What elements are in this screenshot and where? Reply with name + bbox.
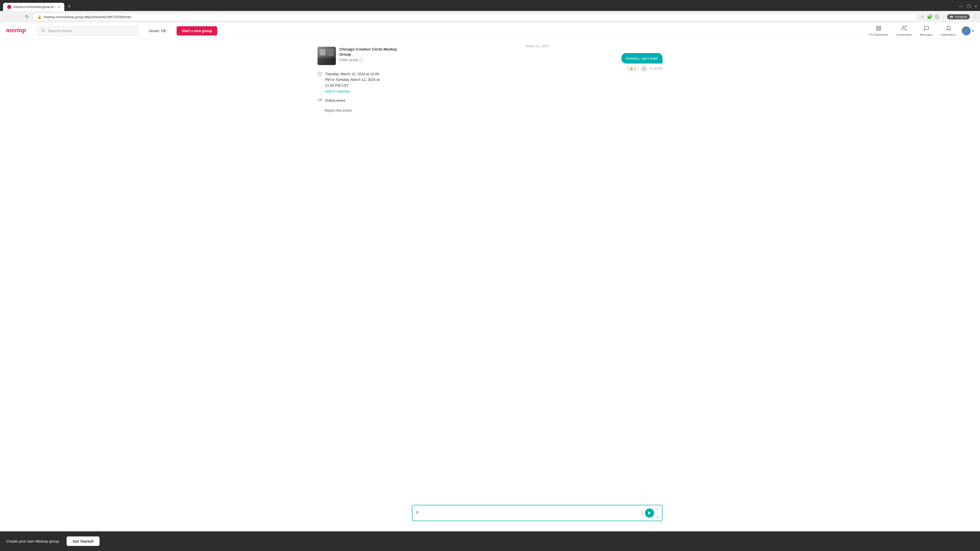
address-text: meetup.com/meetup-group-idfjooJl/events/… xyxy=(44,15,913,19)
svg-line-2 xyxy=(44,31,45,32)
browser-toolbar: ← → ↻ 🔒 meetup.com/meetup-group-idfjooJl… xyxy=(0,11,980,23)
event-group-image xyxy=(318,47,336,65)
notifications-icon xyxy=(946,25,951,33)
footer-banner: Create your own Meetup group. Get Starte… xyxy=(0,531,980,551)
chat-input-area: s | xyxy=(412,502,662,526)
close-window-button[interactable]: × xyxy=(975,4,977,9)
event-group-details: Chicago Creative Circle Meetup Group Pub… xyxy=(339,47,404,62)
clock-icon xyxy=(318,72,322,78)
connections-label: Connections xyxy=(896,33,912,36)
svg-rect-5 xyxy=(877,29,878,30)
svg-point-7 xyxy=(902,26,904,28)
svg-point-11 xyxy=(642,67,646,70)
scrollbar-up xyxy=(657,508,659,510)
tab-favicon xyxy=(7,5,11,9)
svg-marker-10 xyxy=(321,99,322,101)
search-bar[interactable] xyxy=(37,26,139,36)
event-date-text: Tuesday, March 12, 2024 at 10:00 PM to T… xyxy=(325,71,380,94)
search-input[interactable] xyxy=(48,29,135,33)
event-online-section: Online event xyxy=(318,97,404,103)
svg-rect-3 xyxy=(877,26,878,27)
back-button[interactable]: ← xyxy=(3,13,11,21)
toolbar-actions: ☆ 🧩 ⊡ | Incognito ⋮ xyxy=(920,14,977,20)
svg-marker-14 xyxy=(648,511,651,514)
event-group-info: Chicago Creative Circle Meetup Group Pub… xyxy=(318,47,404,65)
thumbs-up-reaction[interactable]: 👍 1 xyxy=(627,66,639,71)
location-display: Dover, DE xyxy=(144,29,172,33)
pro-dashboard-label: Pro Dashboard xyxy=(869,33,888,36)
svg-rect-9 xyxy=(318,99,321,101)
message-text: Heeeey, can't wait! xyxy=(626,56,658,60)
user-avatar xyxy=(961,26,971,36)
date-line-2: PM to Tuesday, March 12, 2024 at xyxy=(325,78,380,82)
meetup-logo[interactable]: meetup xyxy=(6,25,32,37)
send-message-button[interactable] xyxy=(645,508,654,518)
add-to-calendar-link[interactable]: Add to calendar xyxy=(325,89,380,94)
chat-input[interactable]: s xyxy=(416,510,640,516)
svg-point-1 xyxy=(41,29,45,32)
event-sidebar: Chicago Creative Circle Meetup Group Pub… xyxy=(318,44,404,526)
main-content: Chicago Creative Circle Meetup Group Pub… xyxy=(0,39,980,531)
connections-notification-dot xyxy=(905,25,907,27)
online-event-text: Online event xyxy=(325,98,345,103)
nav-item-connections[interactable]: Connections xyxy=(893,24,915,38)
reload-button[interactable]: ↻ xyxy=(24,13,30,21)
svg-text:meetup: meetup xyxy=(6,26,26,34)
text-cursor-indicator: | xyxy=(640,510,645,516)
restore-button[interactable]: ❐ xyxy=(967,4,970,9)
active-tab: meetup.com/meetup-group-id... × xyxy=(3,3,64,11)
browser-tabs: meetup.com/meetup-group-id... × + xyxy=(3,2,73,11)
chat-area: March 12, 2024 Heeeey, can't wait! 👍 1 xyxy=(412,44,662,526)
messages-label: Messages xyxy=(920,33,933,36)
new-tab-button[interactable]: + xyxy=(65,2,73,11)
public-group-help-icon[interactable]: ? xyxy=(359,58,363,62)
tab-close-button[interactable]: × xyxy=(58,5,60,9)
event-date-section: Tuesday, March 12, 2024 at 10:00 PM to T… xyxy=(318,71,404,94)
minimize-button[interactable]: — xyxy=(959,4,963,9)
chat-input-wrapper[interactable]: s | xyxy=(412,505,662,521)
scrollbar-down xyxy=(657,516,659,518)
chat-date-divider: March 12, 2024 xyxy=(412,44,662,48)
svg-rect-4 xyxy=(879,26,881,27)
user-avatar-container[interactable]: ▾ xyxy=(961,26,974,36)
incognito-badge: Incognito xyxy=(947,14,970,19)
connections-icon xyxy=(901,25,907,33)
message-reactions: 👍 1 xyxy=(627,65,648,72)
chat-messages: Heeeey, can't wait! 👍 1 xyxy=(412,53,662,502)
video-icon xyxy=(318,97,322,103)
address-lock-icon: 🔒 xyxy=(37,15,41,19)
svg-rect-6 xyxy=(879,29,881,30)
header-nav: Pro Dashboard Connections Messages Notif… xyxy=(866,24,974,38)
forward-button[interactable]: → xyxy=(13,13,21,21)
start-new-group-button[interactable]: Start a new group xyxy=(177,26,217,35)
messages-icon xyxy=(924,25,929,33)
content-area: Chicago Creative Circle Meetup Group Pub… xyxy=(311,39,669,531)
avatar-chevron-icon: ▾ xyxy=(972,29,974,33)
thumbs-up-emoji: 👍 xyxy=(629,67,633,70)
event-group-name: Chicago Creative Circle Meetup Group xyxy=(339,47,404,57)
scrollbar xyxy=(655,508,659,518)
report-event-link[interactable]: Report this event xyxy=(325,108,404,113)
message-row-1: Heeeey, can't wait! 👍 1 xyxy=(412,53,662,72)
address-bar[interactable]: 🔒 meetup.com/meetup-group-idfjooJl/event… xyxy=(33,13,918,21)
nav-item-pro-dashboard[interactable]: Pro Dashboard xyxy=(866,24,891,38)
nav-item-messages[interactable]: Messages xyxy=(917,24,936,38)
footer-text: Create your own Meetup group. xyxy=(6,539,60,543)
extensions-icon[interactable]: 🧩 xyxy=(927,14,932,20)
window-controls: — ❐ × xyxy=(959,4,977,11)
more-options-icon[interactable]: ⋮ xyxy=(972,14,977,20)
reaction-count: 1 xyxy=(634,67,636,70)
search-icon xyxy=(41,28,45,33)
dashboard-icon xyxy=(876,25,881,33)
get-started-button[interactable]: Get Started xyxy=(66,536,100,546)
browser-chrome: meetup.com/meetup-group-id... × + — ❐ × xyxy=(0,0,980,11)
add-reaction-button[interactable] xyxy=(640,65,648,72)
nav-item-notifications[interactable]: Notifications xyxy=(938,24,959,38)
date-line-1: Tuesday, March 12, 2024 at 10:00 xyxy=(325,72,379,76)
message-time: 11:48 PM xyxy=(649,67,662,70)
tab-title: meetup.com/meetup-group-id... xyxy=(13,5,56,9)
message-meta: 👍 1 11:48 PM xyxy=(627,65,662,72)
bookmark-star-icon[interactable]: ☆ xyxy=(920,14,924,20)
message-bubble-sent: Heeeey, can't wait! xyxy=(621,53,662,64)
layout-icon[interactable]: ⊡ xyxy=(935,14,939,20)
